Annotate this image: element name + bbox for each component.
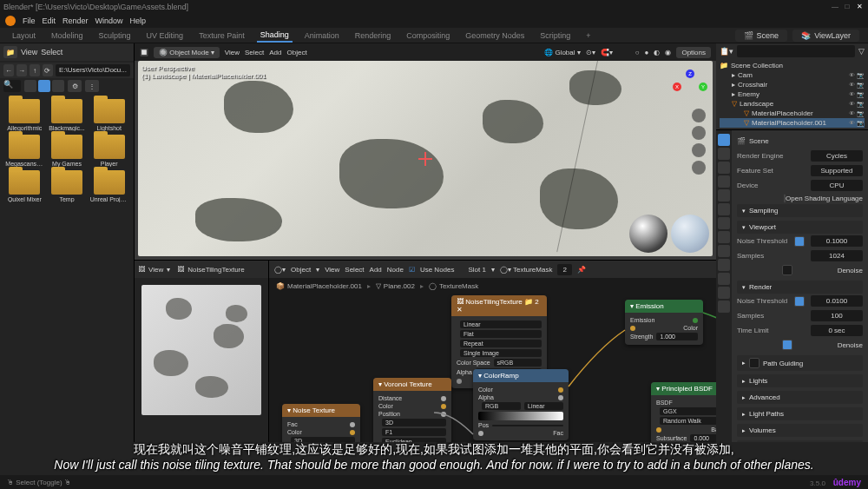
vp-options[interactable]: Options bbox=[676, 47, 711, 58]
vp-shading-matprev[interactable]: ◐ bbox=[654, 49, 660, 56]
ptab-particle[interactable] bbox=[718, 231, 730, 243]
vp-menu-select[interactable]: Select bbox=[245, 49, 264, 56]
ptab-physics[interactable] bbox=[718, 245, 730, 257]
fb-refresh-button[interactable]: ⟳ bbox=[43, 64, 53, 76]
node-voronoi[interactable]: ▾ Voronoi Texture Distance Color Positio… bbox=[373, 378, 451, 442]
outliner-item[interactable]: ▸ Cam👁 📷 bbox=[720, 70, 865, 80]
folder-item[interactable]: Quixel Mixer bbox=[5, 170, 44, 202]
axis-y-icon[interactable]: Y bbox=[699, 83, 707, 91]
vp-shading-wire[interactable]: ○ bbox=[635, 49, 640, 56]
vp-noise-thresh[interactable]: 0.1000 bbox=[811, 235, 863, 247]
folder-item[interactable]: Temp bbox=[48, 170, 87, 202]
close-button[interactable]: ✕ bbox=[854, 2, 865, 12]
sec-sampling[interactable]: Sampling bbox=[737, 204, 863, 217]
ptab-constraint[interactable] bbox=[718, 259, 730, 271]
vp-menu-add[interactable]: Add bbox=[269, 49, 281, 56]
node-imgtex-header[interactable]: 🖼 NoiseTilingTexture 📁 2 ✕ bbox=[451, 295, 547, 316]
menu-help[interactable]: Help bbox=[130, 17, 147, 25]
ie-view-menu[interactable]: View bbox=[148, 266, 163, 274]
folder-item[interactable]: Blackmagic... bbox=[48, 99, 87, 131]
vp-menu-view[interactable]: View bbox=[225, 49, 240, 56]
ne-add-menu[interactable]: Add bbox=[370, 266, 382, 274]
folder-item[interactable]: Unreal Projects bbox=[89, 170, 128, 202]
viewport-terrain[interactable] bbox=[138, 61, 713, 256]
vp-shading-solid[interactable]: ● bbox=[645, 49, 649, 56]
texture-preview[interactable] bbox=[141, 285, 261, 415]
nav-camera-icon[interactable] bbox=[692, 143, 706, 157]
fb-search-input[interactable]: 🔍 bbox=[3, 80, 21, 92]
fb-settings-button[interactable]: ⋮ bbox=[85, 80, 99, 92]
ptab-viewlayer[interactable] bbox=[718, 162, 730, 174]
ws-uvediting[interactable]: UV Editing bbox=[143, 30, 187, 42]
node-noise[interactable]: ▾ Noise Texture Fac Color 3D Scale5.250 … bbox=[282, 404, 360, 442]
ptab-output[interactable] bbox=[718, 148, 730, 160]
menu-window[interactable]: Window bbox=[95, 17, 123, 25]
feature-set-select[interactable]: Supported bbox=[811, 165, 863, 176]
ne-select-menu[interactable]: Select bbox=[345, 266, 364, 274]
sec-advanced[interactable]: Advanced bbox=[737, 391, 863, 404]
folder-item[interactable]: Megascans L... bbox=[5, 135, 44, 167]
ws-rendering[interactable]: Rendering bbox=[352, 30, 395, 42]
colorramp-gradient[interactable] bbox=[478, 412, 563, 420]
minimize-button[interactable]: — bbox=[830, 2, 840, 12]
vp-noise-check[interactable] bbox=[794, 236, 805, 247]
nav-zoom-icon[interactable] bbox=[692, 109, 706, 122]
axis-x-icon[interactable]: X bbox=[673, 83, 681, 91]
ne-use-nodes[interactable]: Use Nodes bbox=[420, 266, 455, 274]
device-select[interactable]: CPU bbox=[811, 180, 863, 191]
ne-slot[interactable]: Slot 1 bbox=[469, 266, 486, 274]
r-denoise-check[interactable] bbox=[782, 340, 792, 350]
vp-denoise-check[interactable] bbox=[782, 265, 792, 275]
fb-view-list[interactable] bbox=[24, 80, 36, 92]
ol-search-input[interactable] bbox=[737, 45, 855, 57]
ws-shading[interactable]: Shading bbox=[257, 29, 293, 43]
menu-edit[interactable]: Edit bbox=[43, 17, 56, 25]
vp-shading-rendered[interactable]: ◉ bbox=[665, 49, 671, 56]
fb-type-icon[interactable]: 📁 bbox=[3, 46, 17, 58]
r-samples[interactable]: 100 bbox=[811, 310, 863, 321]
fb-back-button[interactable]: ← bbox=[3, 64, 14, 76]
sec-volumes[interactable]: Volumes bbox=[737, 424, 863, 437]
ie-type-icon[interactable]: 🖼 bbox=[138, 266, 145, 274]
vp-editor-icon[interactable]: 🔲 bbox=[140, 49, 148, 56]
ol-scene-collection[interactable]: 📁 Scene Collection bbox=[720, 61, 865, 70]
node-emission-header[interactable]: ▾ Emission bbox=[625, 300, 703, 313]
vp-orientation[interactable]: Global bbox=[555, 49, 575, 56]
ws-texturepaint[interactable]: Texture Paint bbox=[195, 30, 248, 42]
vp-samples[interactable]: 1024 bbox=[811, 250, 863, 261]
menu-render[interactable]: Render bbox=[62, 17, 89, 25]
bc-mat[interactable]: ◯ TextureMask bbox=[429, 282, 478, 290]
maximize-button[interactable]: □ bbox=[842, 2, 852, 12]
ptab-object[interactable] bbox=[718, 203, 730, 215]
ptab-modifier[interactable] bbox=[718, 217, 730, 229]
ws-geonodes[interactable]: Geometry Nodes bbox=[462, 30, 528, 42]
nav-persp-icon[interactable] bbox=[692, 161, 706, 175]
ol-filter-icon[interactable]: ▽ bbox=[858, 47, 865, 56]
ne-type-icon[interactable]: ◯▾ bbox=[274, 266, 286, 274]
3d-viewport[interactable]: 🔲 🔘 Object Mode ▾ View Select Add Object… bbox=[135, 43, 716, 261]
ne-object-menu[interactable]: Object bbox=[291, 266, 311, 274]
ne-node-menu[interactable]: Node bbox=[387, 266, 404, 274]
ie-image-name[interactable]: NoiseTilingTexture bbox=[187, 266, 245, 274]
ws-animation[interactable]: Animation bbox=[301, 30, 343, 42]
outliner-item[interactable]: ▸ Crosshair👁 📷 bbox=[720, 80, 865, 89]
folder-item[interactable]: Player bbox=[89, 135, 128, 167]
vp-menu-object[interactable]: Object bbox=[287, 49, 307, 56]
node-emission[interactable]: ▾ Emission Emission Color Strength1.000 bbox=[625, 300, 703, 345]
node-canvas[interactable]: ◯▾ Object ▾ View Select Add Node ☑Use No… bbox=[269, 261, 716, 442]
folder-item[interactable]: Allegorithmic bbox=[5, 99, 44, 131]
sec-viewport[interactable]: Viewport bbox=[737, 221, 863, 234]
scene-selector[interactable]: 🎬 Scene bbox=[735, 30, 788, 42]
vp-snap-icon[interactable]: 🧲▾ bbox=[601, 49, 613, 56]
ptab-world[interactable] bbox=[718, 189, 730, 202]
ws-sculpting[interactable]: Sculpting bbox=[95, 30, 135, 42]
outliner-item[interactable]: ▽ Landscape👁 📷 bbox=[720, 99, 865, 109]
ne-material[interactable]: TextureMask bbox=[513, 266, 552, 274]
sec-lightpaths[interactable]: Light Paths bbox=[737, 407, 863, 420]
ws-layout[interactable]: Layout bbox=[9, 30, 39, 42]
ptab-material[interactable] bbox=[718, 287, 730, 299]
r-noise-check[interactable] bbox=[794, 296, 805, 307]
fb-filter-button[interactable]: ⚙ bbox=[68, 80, 82, 92]
r-noise-thresh[interactable]: 0.0100 bbox=[811, 295, 863, 307]
vp-pivot-icon[interactable]: ⊙▾ bbox=[586, 49, 595, 56]
